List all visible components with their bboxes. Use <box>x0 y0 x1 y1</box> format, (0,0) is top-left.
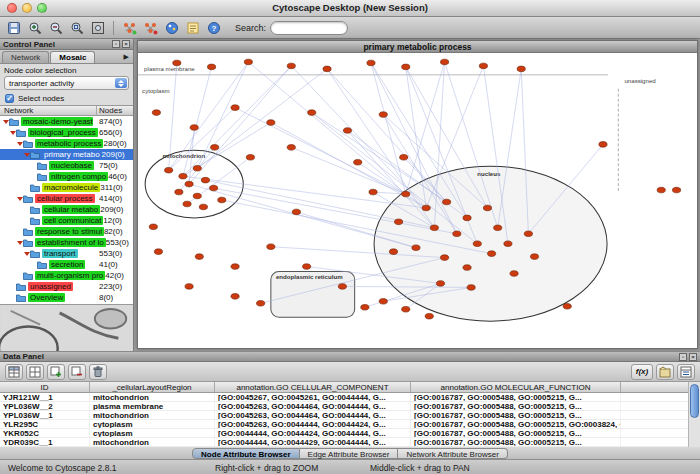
network-node[interactable] <box>440 59 448 65</box>
network-node[interactable] <box>488 251 496 257</box>
tab-edge-attribute-browser[interactable]: Edge Attribute Browser <box>300 448 399 459</box>
expand-arrow-icon[interactable] <box>23 153 30 157</box>
network-node[interactable] <box>412 245 420 251</box>
network-graph[interactable]: mitochondrionnucleusendoplasmic reticulu… <box>138 53 697 348</box>
unselect-attributes-button[interactable] <box>26 364 44 380</box>
network-node[interactable] <box>402 306 410 312</box>
network-node[interactable] <box>354 159 362 165</box>
zoom-in-button[interactable] <box>25 19 44 37</box>
network-node[interactable] <box>563 304 571 310</box>
cell-molecular-function[interactable]: [GO:0016787, GO:0005488, GO:0005215, G..… <box>411 402 621 410</box>
network-node[interactable] <box>231 105 239 111</box>
close-panel-icon[interactable]: × <box>689 353 697 361</box>
tree-row[interactable]: mosaic-demo-yeast 874(0) <box>0 116 133 127</box>
tree-header-nodes[interactable]: Nodes <box>97 106 133 115</box>
tab-scroll-right-icon[interactable]: ▶ <box>124 53 131 63</box>
network-node[interactable] <box>207 64 215 70</box>
network-node[interactable] <box>199 204 207 210</box>
zoom-selected-button[interactable] <box>67 19 86 37</box>
cell-cellular-component[interactable]: [GO:0045263, GO:0044464, GO:0044444, G..… <box>215 402 411 410</box>
tree-row[interactable]: metabolic process 280(0) <box>0 138 133 149</box>
column-header-molecular-function[interactable]: annotation.GO MOLECULAR_FUNCTION <box>411 382 621 392</box>
cell-region[interactable]: plasma membrane <box>90 402 215 410</box>
network-node[interactable] <box>193 193 201 199</box>
network-node[interactable] <box>149 224 157 230</box>
network-node[interactable] <box>402 191 410 197</box>
network-node[interactable] <box>367 60 375 66</box>
network-node[interactable] <box>463 215 471 221</box>
expand-arrow-icon[interactable] <box>16 241 23 245</box>
network-node[interactable] <box>479 63 487 69</box>
network-node[interactable] <box>402 64 410 70</box>
network-node[interactable] <box>292 209 300 215</box>
new-attribute-button[interactable] <box>47 364 65 380</box>
tree-header-network[interactable]: Network <box>0 106 97 115</box>
network-node[interactable] <box>510 271 518 277</box>
network-node[interactable] <box>257 301 265 307</box>
cell-cellular-component[interactable]: [GO:0044444, GO:0044424, GO:0044444, G..… <box>215 429 411 437</box>
network-node[interactable] <box>231 264 239 270</box>
network-node[interactable] <box>210 185 218 191</box>
cell-molecular-function[interactable]: [GO:0016787, GO:0005488, GO:0005215, G..… <box>411 438 621 446</box>
network-node[interactable] <box>195 254 203 260</box>
network-node[interactable] <box>422 205 430 211</box>
table-row[interactable]: YPL036W__2 plasma membrane [GO:0045263, … <box>0 402 700 411</box>
network-node[interactable] <box>267 244 275 250</box>
tree-row[interactable]: transport 553(0) <box>0 248 133 259</box>
zoom-out-button[interactable] <box>46 19 65 37</box>
network-node[interactable] <box>530 254 538 260</box>
table-scrollbar[interactable] <box>688 382 700 447</box>
tree-row[interactable]: nitrogen compo 46(0) <box>0 171 133 182</box>
network-node[interactable] <box>599 142 607 148</box>
cell-region[interactable]: mitochondrion <box>90 411 215 419</box>
network-node[interactable] <box>154 249 162 255</box>
network-node[interactable] <box>361 304 369 310</box>
network-node[interactable] <box>190 125 198 131</box>
cell-region[interactable]: cytoplasm <box>90 420 215 428</box>
network-node[interactable] <box>287 145 295 151</box>
table-row[interactable]: YDR039C__1 mitochondrion [GO:0044444, GO… <box>0 438 700 447</box>
new-network-button[interactable] <box>120 19 139 37</box>
delete-attribute-button[interactable] <box>68 364 86 380</box>
network-node[interactable] <box>231 294 239 300</box>
network-node[interactable] <box>165 167 173 173</box>
tree-row[interactable]: nucleobase 75(0) <box>0 160 133 171</box>
network-node[interactable] <box>395 219 403 225</box>
vizmapper-button[interactable] <box>162 19 181 37</box>
node-color-dropdown[interactable]: transporter activity <box>4 76 129 90</box>
table-row[interactable]: YPL036W__1 mitochondrion [GO:0045263, GO… <box>0 411 700 420</box>
network-node[interactable] <box>185 284 193 290</box>
network-node[interactable] <box>175 189 183 195</box>
cell-cellular-component[interactable]: [GO:0044444, GO:0044429, GO:0044444, G..… <box>215 438 411 446</box>
destroy-network-button[interactable] <box>141 19 160 37</box>
cell-id[interactable]: YJR121W__1 <box>0 393 90 401</box>
network-node[interactable] <box>494 225 502 231</box>
network-node[interactable] <box>179 173 187 179</box>
tab-network-attribute-browser[interactable]: Network Attribute Browser <box>398 448 507 459</box>
network-node[interactable] <box>152 110 160 116</box>
table-row[interactable]: YJR121W__1 mitochondrion [GO:0045267, GO… <box>0 393 700 402</box>
cell-id[interactable]: YKR052C <box>0 429 90 437</box>
import-attributes-button[interactable] <box>656 364 674 380</box>
column-header-region[interactable]: _cellularLayoutRegion <box>90 382 215 392</box>
network-node[interactable] <box>425 313 433 319</box>
network-node[interactable] <box>287 63 295 69</box>
network-node[interactable] <box>201 177 209 183</box>
network-node[interactable] <box>267 120 275 126</box>
network-node[interactable] <box>440 255 448 261</box>
network-node[interactable] <box>343 128 351 134</box>
network-node[interactable] <box>369 189 377 195</box>
network-node[interactable] <box>443 199 451 205</box>
close-panel-icon[interactable]: × <box>122 40 130 48</box>
network-node[interactable] <box>308 110 316 116</box>
network-node[interactable] <box>193 165 201 171</box>
cell-molecular-function[interactable]: [GO:0016787, GO:0005488, GO:0005215, G..… <box>411 429 621 437</box>
network-node[interactable] <box>436 281 444 287</box>
expand-arrow-icon[interactable] <box>9 131 16 135</box>
network-node[interactable] <box>483 205 491 211</box>
cell-cellular-component[interactable]: [GO:0045263, GO:0044464, GO:0044444, G..… <box>215 411 411 419</box>
network-node[interactable] <box>473 241 481 247</box>
tree-row[interactable]: unassigned 223(0) <box>0 281 133 292</box>
network-node[interactable] <box>183 201 191 207</box>
search-input[interactable] <box>270 21 348 35</box>
